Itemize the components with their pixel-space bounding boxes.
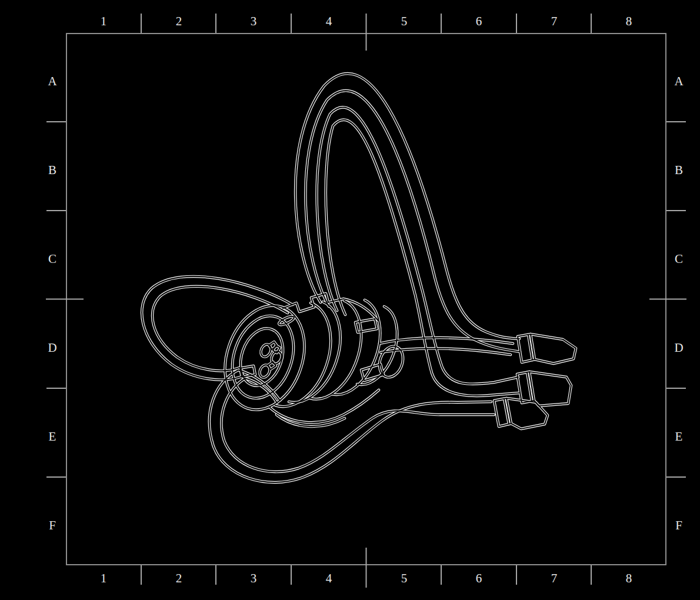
drawing-sheet: 1 2 3 4 5 6 7 8 1 2 3 4 5 6 7 8 A B C D …	[0, 0, 700, 600]
zone-label-top-5: 5	[392, 15, 416, 28]
zone-label-left-f: F	[41, 519, 64, 532]
zone-label-right-d: D	[667, 341, 691, 354]
zone-label-top-8: 8	[617, 15, 641, 28]
connector-line-art	[142, 74, 576, 482]
zone-label-bottom-6: 6	[467, 572, 491, 585]
zone-label-right-f: F	[667, 519, 691, 532]
drawing-canvas	[0, 0, 700, 600]
zone-label-bottom-2: 2	[167, 572, 191, 585]
zone-label-left-c: C	[41, 252, 64, 265]
zone-label-left-e: E	[41, 430, 64, 443]
zone-label-top-4: 4	[317, 15, 341, 28]
zone-label-top-1: 1	[92, 15, 115, 28]
zone-label-top-3: 3	[242, 15, 265, 28]
zone-ticks-top	[141, 14, 591, 51]
zone-label-left-a: A	[41, 75, 64, 88]
zone-label-bottom-8: 8	[617, 572, 641, 585]
zone-label-bottom-7: 7	[542, 572, 566, 585]
zone-label-bottom-1: 1	[92, 572, 115, 585]
zone-label-right-a: A	[667, 75, 691, 88]
zone-ticks-bottom	[141, 548, 591, 588]
zone-label-left-d: D	[41, 341, 64, 354]
zone-label-right-c: C	[667, 252, 691, 265]
zone-label-bottom-5: 5	[392, 572, 416, 585]
zone-label-top-6: 6	[467, 15, 491, 28]
zone-label-bottom-4: 4	[317, 572, 341, 585]
zone-label-right-b: B	[667, 164, 691, 176]
zone-label-bottom-3: 3	[242, 572, 265, 585]
zone-label-top-7: 7	[542, 15, 566, 28]
zone-label-left-b: B	[41, 164, 64, 176]
zone-label-right-e: E	[667, 430, 691, 443]
zone-label-top-2: 2	[167, 15, 191, 28]
